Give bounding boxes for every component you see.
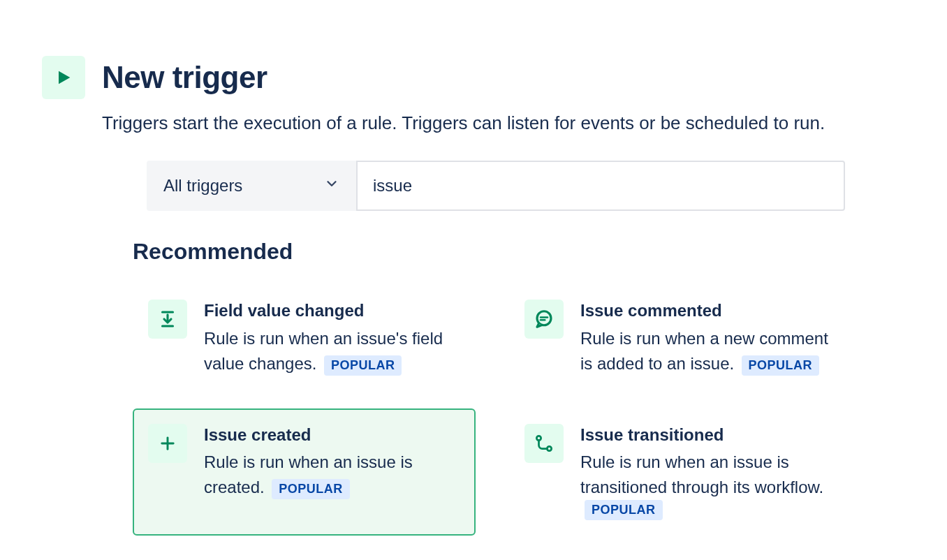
trigger-card-title: Issue created [204,424,460,445]
search-input[interactable] [356,161,845,211]
popular-badge: POPULAR [585,500,663,520]
trigger-card-title: Issue transitioned [580,424,837,445]
trigger-card-issue-commented[interactable]: Issue commented Rule is run when a new c… [509,284,852,391]
transition-icon [524,424,564,463]
popular-badge: POPULAR [742,355,820,376]
field-change-icon [148,300,187,339]
trigger-card-issue-created[interactable]: Issue created Rule is run when an issue … [133,408,476,536]
trigger-card-title: Field value changed [204,300,460,321]
page-title: New trigger [102,60,267,95]
section-title-recommended: Recommended [133,239,852,265]
trigger-card-description: Rule is run when an issue is transitione… [580,452,823,496]
page-description: Triggers start the execution of a rule. … [102,110,852,135]
plus-icon [148,424,187,463]
popular-badge: POPULAR [272,479,350,499]
comment-icon [524,300,564,339]
trigger-category-dropdown[interactable]: All triggers [147,161,356,211]
trigger-card-title: Issue commented [580,300,837,321]
dropdown-label: All triggers [163,176,242,196]
play-icon [42,56,85,99]
trigger-card-issue-transitioned[interactable]: Issue transitioned Rule is run when an i… [509,408,852,536]
chevron-down-icon [324,176,339,196]
popular-badge: POPULAR [324,355,402,376]
trigger-card-field-value-changed[interactable]: Field value changed Rule is run when an … [133,284,476,391]
